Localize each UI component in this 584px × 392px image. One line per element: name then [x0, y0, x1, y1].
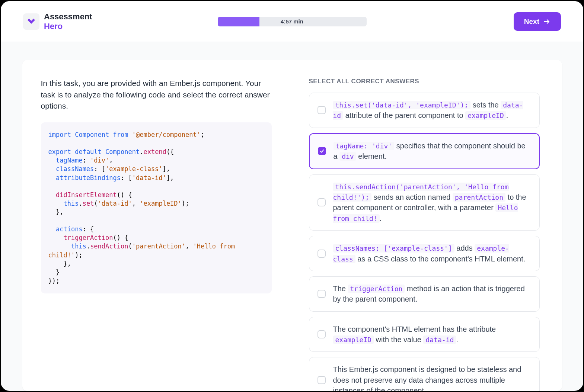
- code-snippet: import Component from '@ember/component'…: [41, 122, 272, 293]
- answer-option-text: tagName: 'div' specifies that the compon…: [334, 141, 531, 162]
- arrow-right-icon: [543, 18, 551, 25]
- checkbox-icon: [317, 198, 326, 206]
- answer-option-0[interactable]: this.set('data-id', 'exampleID'); sets t…: [309, 93, 540, 128]
- options-list: this.set('data-id', 'exampleID'); sets t…: [309, 93, 540, 391]
- answer-option-4[interactable]: The triggerAction method is an action th…: [309, 276, 540, 312]
- checkbox-icon: [317, 330, 326, 338]
- answer-option-6[interactable]: This Ember.js component is designed to b…: [309, 357, 540, 391]
- question-card: In this task, you are provided with an E…: [22, 60, 562, 391]
- brand-line1: Assessment: [44, 12, 92, 21]
- checkbox-icon: [317, 290, 326, 298]
- answer-option-text: this.set('data-id', 'exampleID'); sets t…: [333, 100, 531, 121]
- answers-instruction: SELECT ALL CORRECT ANSWERS: [309, 78, 540, 85]
- answers-column: SELECT ALL CORRECT ANSWERS this.set('dat…: [309, 78, 540, 391]
- checkbox-icon: [317, 106, 326, 114]
- answer-option-text: The triggerAction method is an action th…: [333, 283, 531, 305]
- answer-option-3[interactable]: classNames: ['example-class'] adds examp…: [309, 236, 540, 271]
- answer-option-text: classNames: ['example-class'] adds examp…: [333, 243, 531, 264]
- brand-logo: Assessment Hero: [23, 12, 92, 31]
- next-button[interactable]: Next: [514, 12, 561, 31]
- task-prompt: In this task, you are provided with an E…: [41, 78, 272, 112]
- answer-option-2[interactable]: this.sendAction('parentAction', 'Hello f…: [309, 174, 540, 231]
- question-column: In this task, you are provided with an E…: [41, 78, 272, 391]
- app-header: Assessment Hero 4:57 min Next: [1, 1, 583, 42]
- next-button-label: Next: [524, 17, 539, 26]
- checkbox-icon: [317, 376, 326, 384]
- checkbox-icon: [317, 250, 326, 258]
- brand-logo-icon: [23, 13, 39, 30]
- brand-logo-text: Assessment Hero: [44, 12, 92, 31]
- answer-option-5[interactable]: The component's HTML element has the att…: [309, 317, 540, 352]
- app-frame: Assessment Hero 4:57 min Next In this ta…: [1, 1, 583, 391]
- answer-option-1[interactable]: tagName: 'div' specifies that the compon…: [309, 133, 540, 169]
- brand-line2: Hero: [44, 22, 92, 31]
- answer-option-text: This Ember.js component is designed to b…: [333, 364, 531, 391]
- answer-option-text: The component's HTML element has the att…: [333, 324, 531, 345]
- answer-option-text: this.sendAction('parentAction', 'Hello f…: [333, 181, 531, 224]
- checkbox-icon: [318, 147, 326, 155]
- timer-label: 4:57 min: [218, 18, 367, 25]
- content-area: In this task, you are provided with an E…: [1, 42, 583, 391]
- timer-bar: 4:57 min: [218, 17, 367, 26]
